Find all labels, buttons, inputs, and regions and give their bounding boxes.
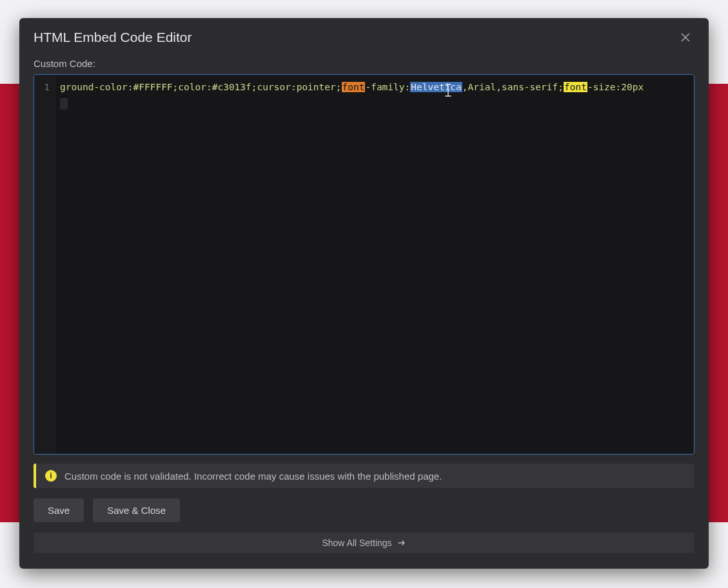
close-button[interactable] xyxy=(676,28,694,46)
warning-bar: i Custom code is not validated. Incorrec… xyxy=(34,464,694,488)
code-editor[interactable]: 1 ground-color:#FFFFFF;color:#c3013f;cur… xyxy=(34,74,694,455)
line-number: 1 xyxy=(34,80,56,94)
highlight-orange: font xyxy=(342,82,366,92)
show-all-settings-button[interactable]: Show All Settings xyxy=(34,533,694,553)
show-all-label: Show All Settings xyxy=(322,538,391,548)
modal-footer: Save Save & Close xyxy=(19,488,709,522)
save-button[interactable]: Save xyxy=(34,498,84,522)
line-gutter: 1 xyxy=(34,75,56,454)
warning-text: Custom code is not validated. Incorrect … xyxy=(64,471,442,482)
info-icon: i xyxy=(45,470,57,482)
modal-header: HTML Embed Code Editor xyxy=(19,18,709,58)
embed-code-editor-modal: HTML Embed Code Editor Custom Code: 1 gr… xyxy=(19,18,709,569)
code-seg: ground-color:#FFFFFF;color:#c3013f;curso… xyxy=(60,82,342,92)
arrow-right-icon xyxy=(397,538,406,547)
code-seg: -size:20px xyxy=(587,82,644,92)
code-seg: -family: xyxy=(365,82,410,92)
cursor-line-indicator xyxy=(60,98,68,110)
code-seg: ,Arial,sans-serif; xyxy=(462,82,564,92)
field-label: Custom Code: xyxy=(19,58,709,74)
highlight-yellow: font xyxy=(564,82,587,92)
highlight-selection[interactable]: Helvetica xyxy=(410,82,462,92)
close-icon xyxy=(680,32,691,43)
modal-title: HTML Embed Code Editor xyxy=(34,30,192,45)
code-area[interactable]: ground-color:#FFFFFF;color:#c3013f;curso… xyxy=(56,75,694,454)
save-close-button[interactable]: Save & Close xyxy=(93,498,180,522)
code-line-1[interactable]: ground-color:#FFFFFF;color:#c3013f;curso… xyxy=(56,80,694,94)
